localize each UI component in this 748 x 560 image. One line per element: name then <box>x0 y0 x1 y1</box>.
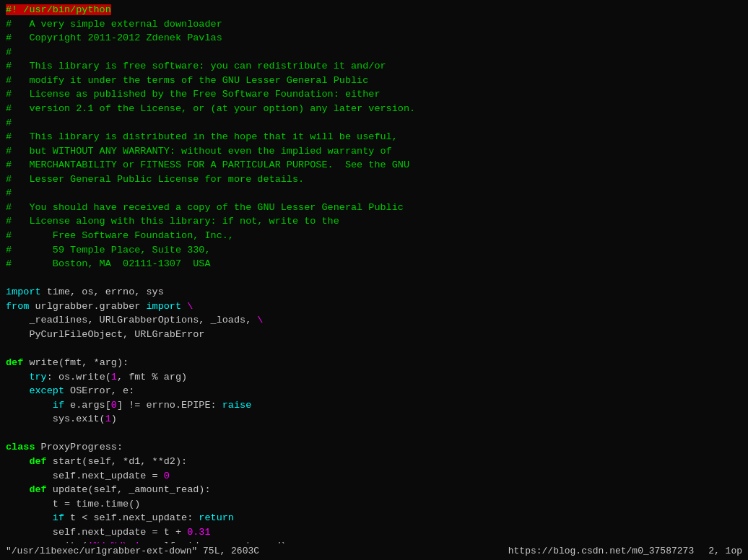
line-17: # Free Software Foundation, Inc., <box>6 229 742 243</box>
line-36: t = time.time() <box>6 497 742 512</box>
line-31 <box>6 426 742 441</box>
line-26: def write(fmt, *arg): <box>6 356 742 370</box>
line-15: # You should have received a copy of the… <box>6 201 742 215</box>
line-23: _readlines, URLGrabberOptions, _loads, \ <box>6 313 742 328</box>
line-34: self.next_update = 0 <box>6 469 742 484</box>
line-35: def update(self, _amount_read): <box>6 483 742 497</box>
line-11: # but WITHOUT ANY WARRANTY: without even… <box>6 144 742 159</box>
line-5: # This library is free software: you can… <box>6 59 742 74</box>
line-14: # <box>6 186 742 201</box>
line-25 <box>6 342 742 356</box>
line-32: class ProxyProgress: <box>6 440 742 455</box>
line-2: # A very simple external downloader <box>6 17 742 32</box>
line-16: # License along with this library: if no… <box>6 214 742 229</box>
line-20 <box>6 271 742 286</box>
line-12: # MERCHANTABILITY or FITNESS FOR A PARTI… <box>6 158 742 172</box>
line-6: # modify it under the terms of the GNU L… <box>6 74 742 88</box>
line-3: # Copyright 2011-2012 Zdenek Pavlas <box>6 31 742 45</box>
line-4: # <box>6 45 742 60</box>
line-13: # Lesser General Public License for more… <box>6 172 742 187</box>
line-22: from urlgrabber.grabber import \ <box>6 299 742 314</box>
status-url: https://blog.csdn.net/m0_37587273 <box>508 545 694 559</box>
line-10: # This library is distributed in the hop… <box>6 130 742 144</box>
line-9: # <box>6 116 742 131</box>
line-33: def start(self, *d1, **d2): <box>6 455 742 469</box>
status-bar: "/usr/libexec/urlgrabber-ext-down" 75L, … <box>0 543 748 560</box>
line-37: if t < self.next_update: return <box>6 511 742 525</box>
status-file-info: "/usr/libexec/urlgrabber-ext-down" 75L, … <box>6 545 259 559</box>
line-38: self.next_update = t + 0.31 <box>6 525 742 540</box>
line-18: # 59 Temple Place, Suite 330, <box>6 243 742 258</box>
line-24: PyCurlFileObject, URLGrabError <box>6 328 742 342</box>
status-pos: 2, 1op <box>708 545 742 559</box>
line-30: sys.exit(1) <box>6 412 742 426</box>
line-29: if e.args[0] != errno.EPIPE: raise <box>6 398 742 413</box>
line-7: # License as published by the Free Softw… <box>6 87 742 102</box>
line-8: # version 2.1 of the License, or (at you… <box>6 102 742 116</box>
line-1: #! /usr/bin/python <box>6 3 742 17</box>
code-editor[interactable]: #! /usr/bin/python # A very simple exter… <box>0 0 748 560</box>
line-19: # Boston, MA 02111-1307 USA <box>6 257 742 271</box>
line-28: except OSError, e: <box>6 384 742 398</box>
line-27: try: os.write(1, fmt % arg) <box>6 370 742 385</box>
line-21: import time, os, errno, sys <box>6 285 742 299</box>
